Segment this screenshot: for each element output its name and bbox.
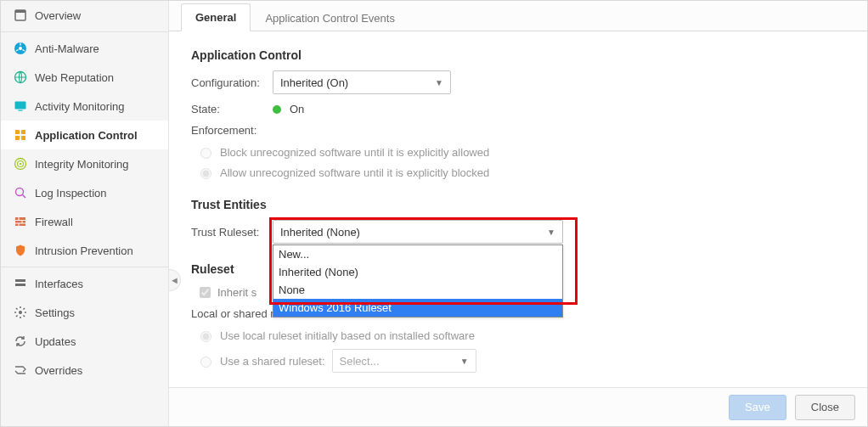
monitor-icon xyxy=(11,99,30,113)
svg-rect-8 xyxy=(21,130,25,134)
sidebar-item-appcontrol[interactable]: Application Control xyxy=(1,121,168,149)
status-dot-icon xyxy=(273,105,281,114)
inherit-checkbox xyxy=(200,287,211,298)
interfaces-icon xyxy=(11,277,30,290)
sidebar-item-interfaces[interactable]: Interfaces xyxy=(1,269,168,298)
radio-allow xyxy=(200,168,211,179)
state-value: On xyxy=(290,103,304,115)
sidebar-label: Anti-Malware xyxy=(35,42,99,55)
sidebar-item-integrity[interactable]: Integrity Monitoring xyxy=(1,149,168,178)
svg-rect-16 xyxy=(15,217,25,226)
radio-block xyxy=(200,148,211,159)
chevron-down-icon: ▼ xyxy=(547,228,555,237)
shared-ruleset-option: Use a shared ruleset: Select... ▼ xyxy=(196,349,845,373)
overview-icon xyxy=(11,8,30,22)
sidebar-item-antimalware[interactable]: Anti-Malware xyxy=(1,34,168,63)
svg-point-14 xyxy=(16,188,24,196)
chevron-down-icon: ▼ xyxy=(460,357,469,366)
trust-opt-windows2016[interactable]: Windows 2016 Ruleset xyxy=(273,299,562,317)
footer-bar: Save Close xyxy=(169,387,867,426)
sidebar-label: Intrusion Prevention xyxy=(35,244,133,257)
sidebar-item-ips[interactable]: Intrusion Prevention xyxy=(1,236,168,265)
radio-shared xyxy=(200,357,211,368)
section-appcontrol-title: Application Control xyxy=(191,48,845,62)
sidebar-label: Settings xyxy=(35,306,75,319)
search-icon xyxy=(11,186,30,199)
sidebar-item-loginspection[interactable]: Log Inspection xyxy=(1,178,168,207)
enforcement-block-option: Block unrecognized software until it is … xyxy=(196,145,845,159)
enforcement-label: Enforcement: xyxy=(191,124,273,137)
state-label: State: xyxy=(191,103,273,115)
tab-bar: General Application Control Events xyxy=(169,1,867,31)
app-icon xyxy=(11,128,30,142)
section-trust-title: Trust Entities xyxy=(191,198,845,211)
save-button[interactable]: Save xyxy=(729,395,786,420)
enforcement-allow-option: Allow unrecognized software until it is … xyxy=(196,166,845,179)
trust-ruleset-select[interactable]: Inherited (None) ▼ xyxy=(273,220,563,244)
trust-opt-none[interactable]: None xyxy=(273,281,562,299)
close-button[interactable]: Close xyxy=(795,395,855,420)
svg-line-15 xyxy=(23,195,26,199)
svg-point-3 xyxy=(19,47,22,50)
shared-ruleset-select: Select... ▼ xyxy=(332,349,476,373)
svg-rect-7 xyxy=(15,130,20,134)
gear-icon xyxy=(11,306,30,319)
sidebar-item-overview[interactable]: Overview xyxy=(1,1,168,30)
biohazard-icon xyxy=(11,42,30,55)
sidebar-item-activity[interactable]: Activity Monitoring xyxy=(1,92,168,121)
config-value: Inherited (On) xyxy=(280,76,348,89)
sidebar-label: Log Inspection xyxy=(35,187,107,199)
trust-ruleset-dropdown: New... Inherited (None) None Windows 201… xyxy=(273,244,563,317)
refresh-icon xyxy=(11,334,30,348)
sidebar-label: Updates xyxy=(35,335,76,348)
local-ruleset-option: Use local ruleset initially based on ins… xyxy=(196,329,845,342)
svg-point-19 xyxy=(19,311,22,314)
sidebar-item-updates[interactable]: Updates xyxy=(1,327,168,356)
globe-icon xyxy=(11,70,30,84)
trust-label: Trust Ruleset: xyxy=(191,226,273,239)
configuration-select[interactable]: Inherited (On) ▼ xyxy=(273,70,451,94)
sidebar-label: Activity Monitoring xyxy=(35,100,124,113)
svg-rect-6 xyxy=(19,110,23,111)
sidebar-item-settings[interactable]: Settings xyxy=(1,298,168,327)
trust-opt-inherited[interactable]: Inherited (None) xyxy=(273,263,562,281)
sidebar-label: Application Control xyxy=(35,129,138,142)
svg-point-13 xyxy=(20,163,21,165)
radio-local xyxy=(200,331,211,342)
sidebar-item-webrep[interactable]: Web Reputation xyxy=(1,63,168,92)
sidebar-item-firewall[interactable]: Firewall xyxy=(1,207,168,236)
radar-icon xyxy=(11,157,30,171)
sidebar-item-overrides[interactable]: Overrides xyxy=(1,356,168,385)
svg-rect-9 xyxy=(15,136,20,140)
trust-opt-new[interactable]: New... xyxy=(273,245,562,263)
sidebar: Overview Anti-Malware Web Reputation Act… xyxy=(1,1,169,426)
svg-rect-5 xyxy=(15,102,26,110)
sidebar-label: Integrity Monitoring xyxy=(35,158,129,171)
shield-icon xyxy=(11,244,30,257)
trust-value: Inherited (None) xyxy=(280,226,360,239)
tab-general[interactable]: General xyxy=(181,3,251,31)
svg-rect-10 xyxy=(21,136,25,140)
sidebar-label: Overrides xyxy=(35,364,82,377)
sidebar-label: Firewall xyxy=(35,216,73,228)
sidebar-label: Web Reputation xyxy=(35,71,114,84)
sidebar-label: Interfaces xyxy=(35,278,83,290)
overrides-icon xyxy=(11,363,30,377)
svg-rect-17 xyxy=(15,279,25,282)
config-label: Configuration: xyxy=(191,76,273,89)
sidebar-label: Overview xyxy=(35,9,81,22)
svg-rect-18 xyxy=(15,284,25,286)
svg-rect-1 xyxy=(15,10,25,13)
firewall-icon xyxy=(11,215,30,228)
chevron-down-icon: ▼ xyxy=(435,78,443,87)
tab-events[interactable]: Application Control Events xyxy=(251,4,409,31)
main-panel: General Application Control Events Appli… xyxy=(169,1,867,426)
